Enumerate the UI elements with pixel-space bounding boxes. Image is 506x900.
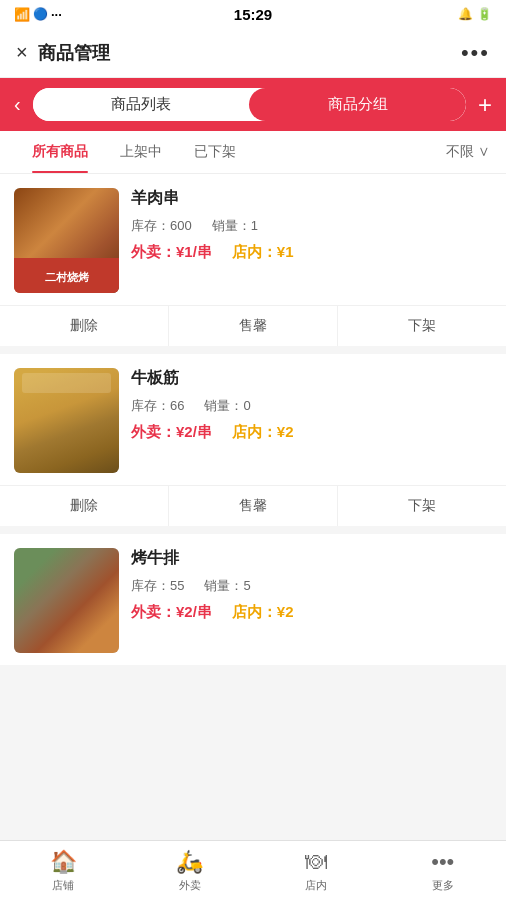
beef-image — [14, 368, 119, 473]
soldout-button[interactable]: 售馨 — [169, 486, 338, 526]
stock: 库存：66 — [131, 397, 184, 415]
store-label: 店铺 — [52, 878, 74, 893]
filter-dropdown[interactable]: 不限 ∨ — [446, 143, 490, 161]
product-name: 羊肉串 — [131, 188, 492, 209]
lamb-image — [14, 188, 119, 293]
top-tab-bar: ‹ 商品列表 商品分组 + — [0, 78, 506, 131]
header: × 商品管理 ••• — [0, 28, 506, 78]
stock: 库存：600 — [131, 217, 192, 235]
status-right: 🔔 🔋 — [458, 7, 492, 21]
product-name: 牛板筋 — [131, 368, 492, 389]
product-card: 羊肉串 库存：600 销量：1 外卖：¥1/串 店内：¥1 删除 售馨 下架 — [0, 174, 506, 346]
steak-image — [14, 548, 119, 653]
product-stats: 库存：66 销量：0 — [131, 397, 492, 415]
product-card: 牛板筋 库存：66 销量：0 外卖：¥2/串 店内：¥2 删除 售馨 下架 — [0, 354, 506, 526]
delivery-label: 外卖 — [179, 878, 201, 893]
product-actions: 删除 售馨 下架 — [0, 485, 506, 526]
sales: 销量：1 — [212, 217, 258, 235]
store-icon: 🏠 — [50, 849, 77, 875]
price-delivery: 外卖：¥2/串 — [131, 423, 212, 442]
nav-more[interactable]: ••• 更多 — [380, 841, 507, 900]
battery-icon: 🔋 — [477, 7, 492, 21]
nav-instore[interactable]: 🍽 店内 — [253, 841, 380, 900]
product-info: 牛板筋 库存：66 销量：0 外卖：¥2/串 店内：¥2 — [131, 368, 492, 473]
signal-dots: ··· — [51, 7, 62, 22]
offshelf-button[interactable]: 下架 — [338, 306, 506, 346]
status-bar: 📶 🔵 ··· 15:29 🔔 🔋 — [0, 0, 506, 28]
delete-button[interactable]: 删除 — [0, 306, 169, 346]
price-instore: 店内：¥1 — [232, 243, 294, 262]
product-name: 烤牛排 — [131, 548, 492, 569]
product-stats: 库存：55 销量：5 — [131, 577, 492, 595]
product-prices: 外卖：¥2/串 店内：¥2 — [131, 603, 492, 622]
more-icon: ••• — [431, 849, 454, 875]
product-prices: 外卖：¥1/串 店内：¥1 — [131, 243, 492, 262]
filter-off-sale[interactable]: 已下架 — [178, 131, 252, 173]
header-left: × 商品管理 — [16, 41, 110, 65]
price-instore: 店内：¥2 — [232, 423, 294, 442]
product-main: 烤牛排 库存：55 销量：5 外卖：¥2/串 店内：¥2 — [0, 534, 506, 665]
product-info: 烤牛排 库存：55 销量：5 外卖：¥2/串 店内：¥2 — [131, 548, 492, 653]
product-stats: 库存：600 销量：1 — [131, 217, 492, 235]
close-button[interactable]: × — [16, 41, 28, 64]
filter-on-sale[interactable]: 上架中 — [104, 131, 178, 173]
tab-group: 商品列表 商品分组 — [33, 88, 466, 121]
sales: 销量：5 — [204, 577, 250, 595]
price-delivery: 外卖：¥2/串 — [131, 603, 212, 622]
product-image — [14, 548, 119, 653]
product-prices: 外卖：¥2/串 店内：¥2 — [131, 423, 492, 442]
offshelf-button[interactable]: 下架 — [338, 486, 506, 526]
tab-product-list[interactable]: 商品列表 — [33, 88, 250, 121]
nav-delivery[interactable]: 🛵 外卖 — [127, 841, 254, 900]
product-main: 牛板筋 库存：66 销量：0 外卖：¥2/串 店内：¥2 — [0, 354, 506, 485]
product-image — [14, 188, 119, 293]
status-time: 15:29 — [234, 6, 272, 23]
product-list: 羊肉串 库存：600 销量：1 外卖：¥1/串 店内：¥1 删除 售馨 下架 — [0, 174, 506, 665]
tab-product-group[interactable]: 商品分组 — [249, 88, 466, 121]
instore-label: 店内 — [305, 878, 327, 893]
page-title: 商品管理 — [38, 41, 110, 65]
delete-button[interactable]: 删除 — [0, 486, 169, 526]
bell-icon: 🔔 — [458, 7, 473, 21]
sales: 销量：0 — [204, 397, 250, 415]
more-label: 更多 — [432, 878, 454, 893]
filter-bar: 所有商品 上架中 已下架 不限 ∨ — [0, 131, 506, 174]
add-button[interactable]: + — [478, 91, 492, 119]
stock: 库存：55 — [131, 577, 184, 595]
bottom-nav: 🏠 店铺 🛵 外卖 🍽 店内 ••• 更多 — [0, 840, 506, 900]
price-instore: 店内：¥2 — [232, 603, 294, 622]
product-main: 羊肉串 库存：600 销量：1 外卖：¥1/串 店内：¥1 — [0, 174, 506, 305]
back-button[interactable]: ‹ — [14, 93, 21, 116]
product-info: 羊肉串 库存：600 销量：1 外卖：¥1/串 店内：¥1 — [131, 188, 492, 293]
wifi-icon: 🔵 — [33, 7, 48, 21]
delivery-icon: 🛵 — [176, 849, 203, 875]
soldout-button[interactable]: 售馨 — [169, 306, 338, 346]
product-actions: 删除 售馨 下架 — [0, 305, 506, 346]
signal-icon: 📶 — [14, 7, 30, 22]
status-left: 📶 🔵 ··· — [14, 7, 62, 22]
more-button[interactable]: ••• — [461, 40, 490, 66]
product-card: 烤牛排 库存：55 销量：5 外卖：¥2/串 店内：¥2 — [0, 534, 506, 665]
price-delivery: 外卖：¥1/串 — [131, 243, 212, 262]
filter-all[interactable]: 所有商品 — [16, 131, 104, 173]
product-image — [14, 368, 119, 473]
instore-icon: 🍽 — [305, 849, 327, 875]
nav-store[interactable]: 🏠 店铺 — [0, 841, 127, 900]
